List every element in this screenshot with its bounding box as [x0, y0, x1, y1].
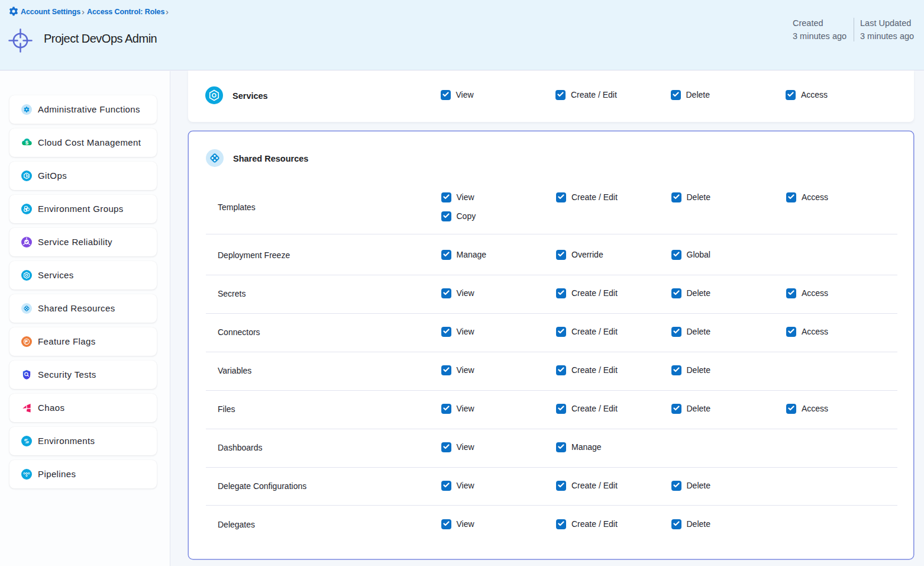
svg-text:$: $	[25, 139, 29, 146]
